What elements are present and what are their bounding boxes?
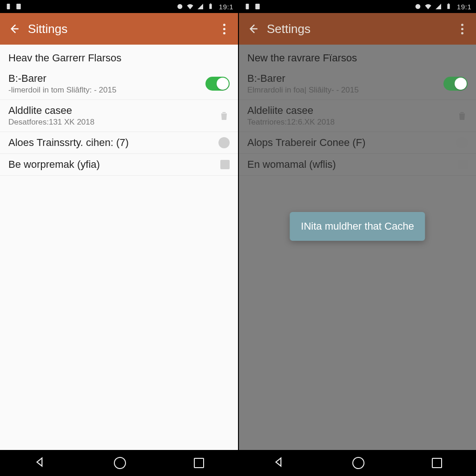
signal-icon (197, 3, 204, 10)
setting-row[interactable]: Be worpremak (yfia) (0, 154, 238, 176)
svg-rect-8 (447, 4, 450, 9)
section-header: Heav the Garrerr Flarsos (0, 45, 238, 68)
app-bar: Sittings (0, 13, 238, 45)
toggle-switch[interactable] (443, 77, 468, 91)
setting-row[interactable]: B:-Barer -limerdoil in tom Sliâflty: - 2… (0, 68, 238, 100)
status-bar: 19:1 (0, 0, 238, 13)
app-bar-title: Sittings (28, 22, 216, 36)
setting-subtitle: Teatrriores:12:6.XK 2018 (247, 118, 451, 127)
setting-row[interactable]: Aloes Trainssrty. cihen: (7) (0, 132, 238, 154)
setting-title: Alops Trabereir Conee (F) (247, 137, 451, 149)
setting-row[interactable]: En womamal (wflis) (239, 154, 476, 176)
wifi-icon (424, 3, 432, 10)
svg-rect-0 (7, 4, 10, 9)
svg-point-2 (177, 4, 182, 9)
setting-row[interactable]: B:-Barer Elmrardoli in foa| Sliâilty- - … (239, 68, 476, 100)
trash-icon[interactable] (218, 110, 230, 121)
setting-subtitle: Elmrardoli in foa| Sliâilty- - 2015 (247, 86, 438, 95)
setting-row[interactable]: Aldeliite casee Teatrriores:12:6.XK 2018 (239, 100, 476, 132)
svg-rect-3 (209, 4, 212, 9)
nav-home-button[interactable] (114, 457, 126, 469)
setting-title: Aloes Trainssrty. cihen: (7) (8, 137, 213, 149)
nav-recents-button[interactable] (194, 458, 204, 468)
svg-rect-4 (210, 3, 211, 4)
nav-back-button[interactable] (34, 456, 46, 470)
setting-title: Be worpremak (yfia) (8, 159, 215, 171)
sim-icon (244, 3, 251, 10)
back-button[interactable] (245, 20, 261, 37)
nav-home-button[interactable] (352, 457, 364, 469)
cast-icon (414, 3, 422, 10)
svg-rect-6 (255, 4, 259, 9)
trash-icon[interactable] (456, 110, 468, 121)
app-bar: Settings (239, 13, 476, 45)
setting-title: B:-Barer (8, 73, 200, 85)
setting-title: B:-Barer (247, 73, 438, 85)
svg-rect-1 (16, 4, 20, 9)
checkbox[interactable] (458, 160, 468, 169)
svg-rect-9 (448, 3, 449, 4)
radio-button[interactable] (456, 137, 468, 148)
card-icon (254, 3, 261, 10)
nav-back-button[interactable] (273, 456, 285, 470)
setting-title: Aldeliite casee (247, 105, 451, 117)
setting-title: En womamal (wflis) (247, 159, 453, 171)
settings-list: Heav the Garrerr Flarsos B:-Barer -limer… (0, 45, 238, 450)
section-header: New the ravrare Fïarsos (239, 45, 476, 68)
nav-recents-button[interactable] (432, 458, 442, 468)
card-icon (15, 3, 22, 10)
wifi-icon (186, 3, 194, 10)
toast-message: INita muldher that Cache (290, 212, 425, 241)
status-bar: 19:1 (239, 0, 476, 13)
svg-point-7 (415, 4, 420, 9)
sim-icon (5, 3, 12, 10)
back-button[interactable] (6, 20, 22, 37)
setting-row[interactable]: Alddlite casee Desatfores:131 XK 2018 (0, 100, 238, 132)
signal-icon (435, 3, 442, 10)
cast-icon (176, 3, 184, 10)
setting-subtitle: -limerdoil in tom Sliâflty: - 2015 (8, 86, 200, 95)
battery-icon (207, 3, 214, 10)
setting-subtitle: Desatfores:131 XK 2018 (8, 118, 213, 127)
radio-button[interactable] (218, 137, 230, 148)
nav-bar (239, 450, 476, 476)
checkbox[interactable] (220, 160, 230, 169)
nav-bar (0, 450, 238, 476)
setting-title: Alddlite casee (8, 105, 213, 117)
phone-right: 19:1 Settings New the ravrare Fïarsos B:… (238, 0, 476, 476)
phone-left: 19:1 Sittings Heav the Garrerr Flarsos B… (0, 0, 238, 476)
overflow-menu-button[interactable] (216, 20, 232, 37)
settings-list: New the ravrare Fïarsos B:-Barer Elmrard… (239, 45, 476, 450)
battery-icon (445, 3, 452, 10)
clock: 19:1 (457, 3, 471, 11)
svg-rect-5 (246, 4, 249, 9)
overflow-menu-button[interactable] (454, 20, 470, 37)
toggle-switch[interactable] (205, 77, 230, 91)
setting-row[interactable]: Alops Trabereir Conee (F) (239, 132, 476, 154)
clock: 19:1 (219, 3, 233, 11)
app-bar-title: Settings (267, 22, 454, 36)
